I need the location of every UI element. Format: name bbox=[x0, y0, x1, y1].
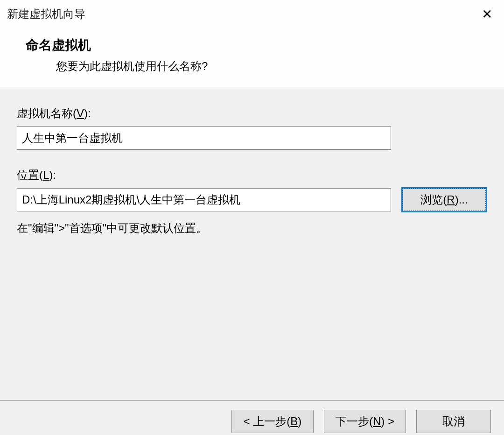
location-row: 浏览(R)... bbox=[17, 188, 487, 211]
cancel-button[interactable]: 取消 bbox=[416, 410, 491, 433]
close-icon[interactable]: ✕ bbox=[477, 5, 497, 24]
page-subtitle: 您要为此虚拟机使用什么名称? bbox=[26, 59, 504, 74]
browse-button[interactable]: 浏览(R)... bbox=[402, 188, 486, 211]
location-label: 位置(L): bbox=[17, 168, 487, 182]
window-title: 新建虚拟机向导 bbox=[7, 7, 85, 21]
next-button[interactable]: 下一步(N) > bbox=[324, 410, 406, 433]
location-hint: 在"编辑">"首选项"中可更改默认位置。 bbox=[17, 221, 487, 236]
vm-name-label: 虚拟机名称(V): bbox=[17, 106, 487, 121]
content-area: 虚拟机名称(V): 位置(L): 浏览(R)... 在"编辑">"首选项"中可更… bbox=[0, 87, 504, 400]
location-input[interactable] bbox=[17, 188, 391, 211]
footer-bar: < 上一步(B) 下一步(N) > 取消 bbox=[0, 400, 504, 435]
vm-name-input[interactable] bbox=[17, 126, 391, 150]
title-bar: 新建虚拟机向导 ✕ bbox=[0, 0, 504, 28]
back-button[interactable]: < 上一步(B) bbox=[231, 410, 314, 433]
page-heading: 命名虚拟机 bbox=[26, 36, 504, 54]
wizard-header: 命名虚拟机 您要为此虚拟机使用什么名称? bbox=[0, 28, 504, 87]
